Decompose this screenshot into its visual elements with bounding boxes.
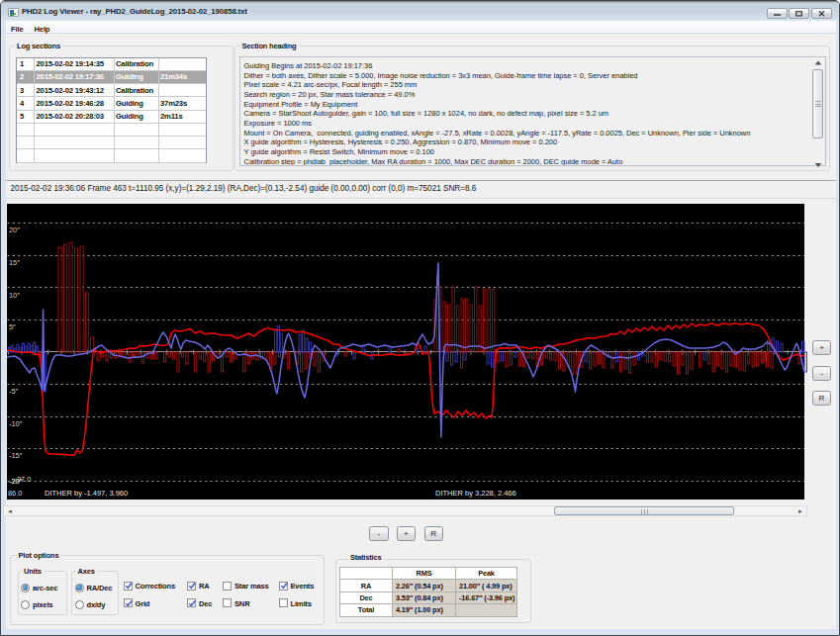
svg-text:-20″: -20″ <box>9 477 23 486</box>
svg-text:10″: 10″ <box>9 291 20 300</box>
svg-text:86.0: 86.0 <box>8 489 22 498</box>
svg-text:DITHER by -1.497, 3.960: DITHER by -1.497, 3.960 <box>45 489 128 498</box>
svg-text:20″: 20″ <box>9 226 20 234</box>
svg-text:DITHER by 3.228, 2.466: DITHER by 3.228, 2.466 <box>435 489 516 498</box>
svg-text:-10″: -10″ <box>9 419 23 428</box>
svg-text:-15″: -15″ <box>9 451 23 460</box>
svg-text:5″: 5″ <box>9 322 16 331</box>
svg-text:-5″: -5″ <box>9 387 19 396</box>
svg-text:15″: 15″ <box>9 258 20 267</box>
